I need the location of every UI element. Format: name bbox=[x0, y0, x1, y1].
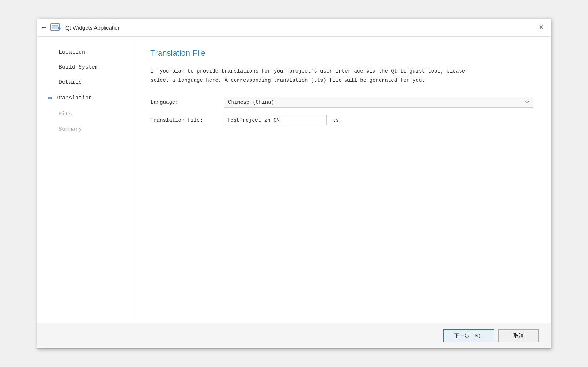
active-arrow-icon: ⇒ bbox=[48, 94, 52, 102]
language-select[interactable]: Chinese (China) bbox=[224, 97, 533, 108]
title-bar-left: ← Qt Widgets Application bbox=[42, 22, 121, 33]
language-row: Language: Chinese (China) bbox=[150, 97, 533, 108]
sidebar: Location Build System Details ⇒ Translat… bbox=[37, 37, 133, 323]
sidebar-label-location: Location bbox=[59, 49, 85, 55]
title-bar: ← Qt Widgets Application ✕ bbox=[37, 19, 551, 37]
next-button[interactable]: 下一步（N） bbox=[443, 329, 494, 342]
sidebar-label-translation: Translation bbox=[55, 95, 92, 101]
dialog-footer: 下一步（N） 取消 bbox=[37, 323, 551, 348]
description-line1: If you plan to provide translations for … bbox=[150, 68, 465, 74]
translation-file-row: Translation file: .ts bbox=[150, 115, 533, 125]
sidebar-item-location[interactable]: Location bbox=[43, 45, 127, 59]
dialog-body: Location Build System Details ⇒ Translat… bbox=[37, 37, 551, 323]
close-button[interactable]: ✕ bbox=[536, 23, 546, 32]
translation-file-inputs: .ts bbox=[224, 115, 342, 125]
dialog-window: ← Qt Widgets Application ✕ Location Buil… bbox=[37, 19, 551, 349]
translation-file-input[interactable] bbox=[224, 115, 327, 125]
main-content: Translation File If you plan to provide … bbox=[133, 37, 551, 323]
sidebar-label-details: Details bbox=[59, 79, 82, 85]
translation-file-label: Translation file: bbox=[150, 117, 224, 123]
svg-rect-1 bbox=[52, 25, 58, 29]
sidebar-item-details[interactable]: Details bbox=[43, 76, 127, 89]
sidebar-item-build-system[interactable]: Build System bbox=[43, 60, 127, 74]
description-text: If you plan to provide translations for … bbox=[150, 67, 533, 85]
sidebar-item-summary[interactable]: Summary bbox=[43, 122, 127, 136]
translation-file-ext: .ts bbox=[327, 115, 342, 125]
window-title: Qt Widgets Application bbox=[65, 25, 121, 31]
language-label: Language: bbox=[150, 99, 224, 105]
sidebar-label-kits: Kits bbox=[59, 111, 72, 117]
sidebar-label-build-system: Build System bbox=[59, 64, 98, 70]
back-arrow-icon[interactable]: ← bbox=[42, 23, 46, 32]
sidebar-item-kits[interactable]: Kits bbox=[43, 107, 127, 121]
language-select-wrapper: Chinese (China) bbox=[224, 97, 533, 108]
sidebar-item-translation[interactable]: ⇒ Translation bbox=[43, 91, 127, 106]
description-line2: select a language here. A corresponding … bbox=[150, 77, 425, 83]
window-icon bbox=[50, 22, 62, 33]
page-title: Translation File bbox=[150, 48, 533, 58]
cancel-button[interactable]: 取消 bbox=[498, 329, 539, 342]
sidebar-label-summary: Summary bbox=[59, 126, 82, 132]
